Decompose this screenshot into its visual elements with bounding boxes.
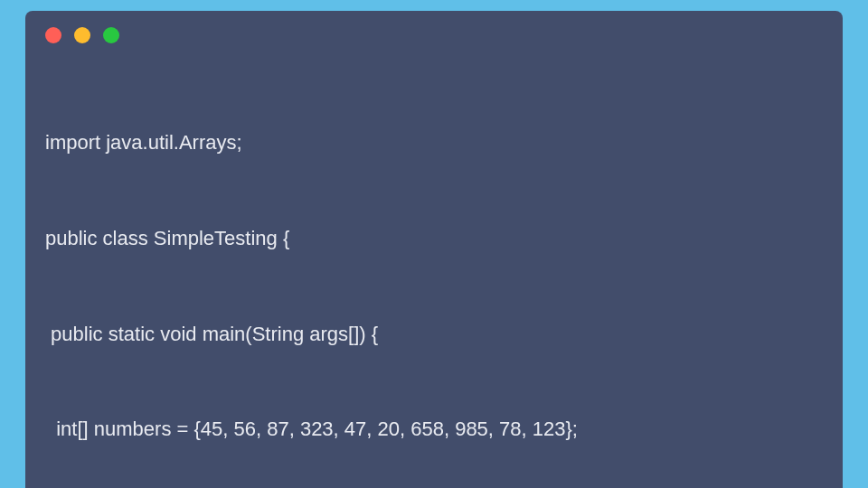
code-window: import java.util.Arrays; public class Si… [25,11,843,488]
code-line: public class SimpleTesting { [45,222,823,254]
code-block: import java.util.Arrays; public class Si… [45,63,823,488]
close-icon [45,27,61,43]
code-line: int[] numbers = {45, 56, 87, 323, 47, 20… [45,413,823,445]
code-line: import java.util.Arrays; [45,127,823,158]
minimize-icon [74,27,90,43]
code-line: public static void main(String args[]) { [45,318,823,350]
maximize-icon [103,27,119,43]
window-traffic-lights [45,27,823,43]
